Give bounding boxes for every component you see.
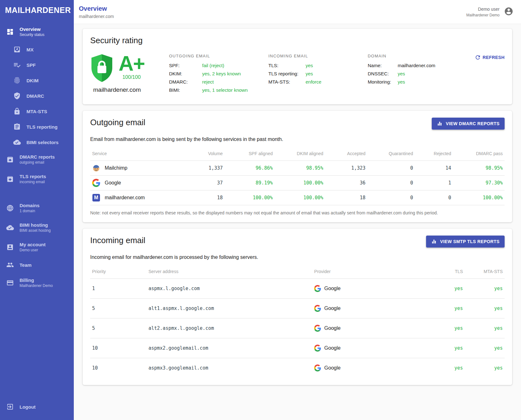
monitoring-status: yes (398, 79, 405, 85)
mta-sts-status: enforce (306, 79, 321, 85)
page-title: Overview (79, 5, 114, 12)
bar-chart-icon (431, 239, 437, 244)
google-icon (314, 345, 321, 352)
avatar[interactable] (504, 7, 513, 17)
people-icon (6, 261, 14, 269)
table-row: 10 aspmx3.googlemail.com Google yes yes (90, 358, 505, 378)
sidebar-item-billing[interactable]: BillingMailhardener Demo (0, 274, 74, 291)
incoming-email-card: Incoming email VIEW SMTP TLS REPORTS Inc… (83, 229, 512, 385)
archive-down-icon (6, 175, 14, 183)
sidebar-section-gap (0, 190, 74, 199)
table-row: 1 aspmx.l.google.com Google yes yes (90, 279, 505, 299)
incoming-description: Incoming email for mailhardener.com is p… (90, 254, 505, 260)
outgoing-description: Email from mailhardener.com is being sen… (90, 137, 505, 142)
clipboard-icon (13, 123, 21, 131)
outgoing-email-title: Outgoing email (90, 118, 145, 127)
incoming-header-row: Priority Server address Provider TLS MTA… (90, 266, 505, 279)
sidebar-item-bimi-selectors[interactable]: BIMI selectors (0, 135, 74, 149)
app-logo: MAILHARDENER (0, 6, 74, 23)
view-smtp-tls-reports-button[interactable]: VIEW SMTP TLS REPORTS (426, 236, 505, 248)
table-row: 5 alt1.aspmx.l.google.com Google yes yes (90, 299, 505, 318)
security-rating-title: Security rating (90, 36, 505, 45)
logout-icon (6, 403, 14, 411)
sidebar-item-team[interactable]: Team (0, 258, 74, 272)
outgoing-email-column: OUTGOING EMAIL SPF:fail (reject) DKIM:ye… (169, 54, 249, 96)
tls-status: yes (306, 63, 313, 68)
sidebar-item-overview[interactable]: OverviewSecurity status (0, 23, 74, 40)
sidebar-nav: OverviewSecurity status MX SPF DKIM DMAR… (0, 23, 74, 414)
sidebar-item-domains[interactable]: Domains1 domain (0, 199, 74, 217)
outgoing-note: Note: not every email receiver reports t… (90, 205, 505, 215)
table-row: Google 37 89.19% 100.00% 36 0 1 97.30% (90, 176, 505, 190)
sidebar-item-tls-reports[interactable]: TLS reportsincoming email (0, 170, 74, 188)
google-icon (314, 305, 321, 312)
sidebar-item-mta-sts[interactable]: MTA-STS (0, 104, 74, 118)
incoming-table: Priority Server address Provider TLS MTA… (90, 266, 505, 378)
dkim-status: yes, 2 keys known (202, 71, 241, 76)
security-rating-card: Security rating A+ 100/100 (83, 29, 512, 104)
security-score: 100/100 (122, 74, 141, 80)
outgoing-table: Service Volume SPF aligned DKIM aligned … (90, 148, 505, 205)
spf-status: fail (reject) (202, 63, 224, 68)
incoming-email-column: INCOMING EMAIL TLS:yes TLS reporting:yes… (268, 54, 349, 96)
table-row: Mailchimp 1,337 96.86% 98.95% 1,323 0 14… (90, 161, 505, 176)
rating-domain: mailhardener.com (90, 86, 144, 93)
outgoing-header-row: Service Volume SPF aligned DKIM aligned … (90, 148, 505, 161)
content: Security rating A+ 100/100 (74, 24, 521, 400)
table-row: 5 alt2.aspmx.l.google.com Google yes yes (90, 318, 505, 338)
dnssec-status: yes (398, 71, 405, 76)
sidebar-item-dmarc[interactable]: DMARC (0, 89, 74, 103)
account-box-icon (6, 243, 14, 251)
sidebar-item-dmarc-reports[interactable]: DMARC reportsoutgoing email (0, 151, 74, 168)
domain-name: mailhardener.com (398, 63, 435, 68)
account-name: Mailhardener Demo (466, 13, 500, 18)
domain-column: DOMAIN Name:mailhardener.com DNSSEC:yes … (368, 54, 448, 96)
playlist-check-icon (13, 61, 21, 69)
sidebar-item-my-account[interactable]: My accountDemo user (0, 238, 74, 256)
globe-icon (6, 204, 14, 212)
bimi-status: yes, 1 selector known (202, 87, 248, 93)
google-icon (92, 179, 100, 187)
table-row: 10 aspmx2.googlemail.com Google yes yes (90, 338, 505, 358)
bar-chart-icon (437, 121, 442, 126)
sidebar-item-logout[interactable]: Logout (0, 400, 74, 414)
outgoing-email-card: Outgoing email VIEW DMARC REPORTS Email … (83, 111, 512, 222)
google-icon (314, 325, 321, 332)
tls-reporting-status: yes (306, 71, 313, 76)
credit-card-icon (6, 279, 14, 287)
incoming-email-title: Incoming email (90, 236, 145, 245)
dashboard-icon (6, 28, 14, 36)
main-area: Overview mailhardener.com Demo user Mail… (74, 0, 521, 420)
refresh-button[interactable]: REFRESH (475, 54, 505, 61)
inbox-download-icon (13, 46, 21, 53)
mailhardener-icon: M (92, 194, 100, 202)
table-row: M mailhardener.com 18 100.00% 100.00% 18… (90, 190, 505, 205)
outbox-icon (6, 156, 14, 163)
rating-block: A+ 100/100 mailhardener.com (90, 54, 169, 96)
shield-check-icon (13, 92, 21, 100)
fingerprint-icon (13, 77, 21, 84)
sidebar: MAILHARDENER OverviewSecurity status MX … (0, 0, 74, 420)
cloud-check-icon (13, 138, 21, 146)
refresh-icon (475, 54, 481, 61)
user-name: Demo user (466, 6, 500, 12)
sidebar-item-spf[interactable]: SPF (0, 58, 74, 72)
cloud-check-icon (6, 224, 14, 231)
lock-icon (13, 108, 21, 115)
page-subtitle: mailhardener.com (79, 14, 114, 19)
sidebar-item-dkim[interactable]: DKIM (0, 73, 74, 87)
google-icon (314, 365, 321, 371)
mailchimp-icon (92, 164, 100, 172)
top-bar: Overview mailhardener.com Demo user Mail… (74, 0, 521, 24)
shield-lock-icon (90, 54, 114, 83)
security-grade: A+ (119, 54, 144, 73)
sidebar-item-tls-reporting[interactable]: TLS reporting (0, 120, 74, 134)
view-dmarc-reports-button[interactable]: VIEW DMARC REPORTS (432, 118, 505, 130)
sidebar-item-mx[interactable]: MX (0, 43, 74, 56)
google-icon (314, 285, 321, 292)
dmarc-status: reject (202, 79, 214, 85)
sidebar-item-bimi-hosting[interactable]: BIMI hostingBIMI asset hosting (0, 219, 74, 236)
